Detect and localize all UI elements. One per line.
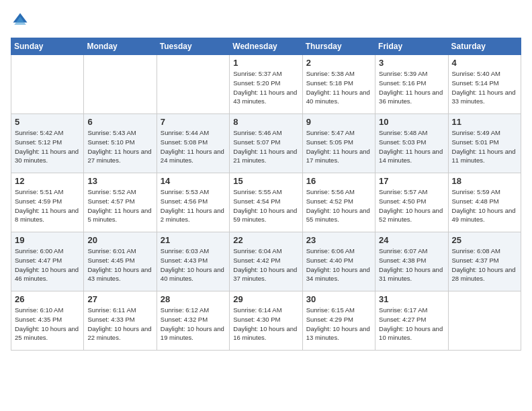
- calendar-cell: [157, 55, 229, 114]
- day-number: 21: [161, 235, 226, 245]
- cell-content: Sunrise: 5:59 AM Sunset: 4:48 PM Dayligh…: [452, 187, 517, 224]
- day-number: 17: [379, 176, 444, 186]
- calendar-cell: 17Sunrise: 5:57 AM Sunset: 4:50 PM Dayli…: [375, 173, 448, 232]
- calendar-header-friday: Friday: [375, 38, 448, 55]
- cell-content: Sunrise: 5:49 AM Sunset: 5:01 PM Dayligh…: [452, 128, 517, 165]
- day-number: 22: [233, 235, 298, 245]
- calendar-header-sunday: Sunday: [11, 38, 84, 55]
- cell-content: Sunrise: 6:12 AM Sunset: 4:32 PM Dayligh…: [161, 306, 226, 342]
- cell-content: Sunrise: 6:04 AM Sunset: 4:42 PM Dayligh…: [233, 246, 298, 283]
- calendar-week-row: 5Sunrise: 5:42 AM Sunset: 5:12 PM Daylig…: [11, 114, 521, 173]
- day-number: 14: [161, 176, 226, 186]
- calendar-cell: 14Sunrise: 5:53 AM Sunset: 4:56 PM Dayli…: [157, 173, 229, 232]
- cell-content: Sunrise: 6:01 AM Sunset: 4:45 PM Dayligh…: [87, 246, 152, 283]
- calendar-cell: 26Sunrise: 6:10 AM Sunset: 4:35 PM Dayli…: [11, 291, 84, 351]
- calendar-cell: 27Sunrise: 6:11 AM Sunset: 4:33 PM Dayli…: [84, 291, 157, 351]
- day-number: 13: [87, 176, 152, 186]
- day-number: 12: [15, 176, 80, 186]
- day-number: 8: [233, 117, 298, 127]
- day-number: 11: [452, 117, 517, 127]
- cell-content: Sunrise: 5:57 AM Sunset: 4:50 PM Dayligh…: [379, 187, 444, 224]
- page-header: [11, 11, 521, 30]
- cell-content: Sunrise: 5:40 AM Sunset: 5:14 PM Dayligh…: [452, 69, 517, 106]
- calendar-cell: 2Sunrise: 5:38 AM Sunset: 5:18 PM Daylig…: [302, 55, 375, 114]
- calendar-table: SundayMondayTuesdayWednesdayThursdayFrid…: [11, 38, 521, 351]
- day-number: 29: [233, 294, 298, 304]
- calendar-header-wednesday: Wednesday: [230, 38, 302, 55]
- day-number: 19: [15, 235, 80, 245]
- calendar-cell: 21Sunrise: 6:03 AM Sunset: 4:43 PM Dayli…: [157, 232, 229, 291]
- calendar-cell: 10Sunrise: 5:48 AM Sunset: 5:03 PM Dayli…: [375, 114, 448, 173]
- logo-icon: [11, 11, 30, 30]
- cell-content: Sunrise: 6:00 AM Sunset: 4:47 PM Dayligh…: [15, 246, 80, 283]
- day-number: 18: [452, 176, 517, 186]
- calendar-week-row: 19Sunrise: 6:00 AM Sunset: 4:47 PM Dayli…: [11, 232, 521, 291]
- calendar-cell: 12Sunrise: 5:51 AM Sunset: 4:59 PM Dayli…: [11, 173, 84, 232]
- cell-content: Sunrise: 5:38 AM Sunset: 5:18 PM Dayligh…: [306, 69, 371, 106]
- calendar-header-saturday: Saturday: [448, 38, 521, 55]
- calendar-cell: 7Sunrise: 5:44 AM Sunset: 5:08 PM Daylig…: [157, 114, 229, 173]
- day-number: 20: [87, 235, 152, 245]
- calendar-cell: 8Sunrise: 5:46 AM Sunset: 5:07 PM Daylig…: [230, 114, 302, 173]
- calendar-cell: 5Sunrise: 5:42 AM Sunset: 5:12 PM Daylig…: [11, 114, 84, 173]
- calendar-cell: [84, 55, 157, 114]
- calendar-header-monday: Monday: [84, 38, 157, 55]
- calendar-cell: 15Sunrise: 5:55 AM Sunset: 4:54 PM Dayli…: [230, 173, 302, 232]
- day-number: 1: [233, 58, 298, 68]
- cell-content: Sunrise: 6:10 AM Sunset: 4:35 PM Dayligh…: [15, 306, 80, 342]
- cell-content: Sunrise: 6:15 AM Sunset: 4:29 PM Dayligh…: [306, 306, 371, 342]
- day-number: 27: [87, 294, 152, 304]
- cell-content: Sunrise: 5:37 AM Sunset: 5:20 PM Dayligh…: [233, 69, 298, 106]
- calendar-cell: 25Sunrise: 6:08 AM Sunset: 4:37 PM Dayli…: [448, 232, 521, 291]
- cell-content: Sunrise: 6:14 AM Sunset: 4:30 PM Dayligh…: [233, 306, 298, 342]
- calendar-cell: 3Sunrise: 5:39 AM Sunset: 5:16 PM Daylig…: [375, 55, 448, 114]
- calendar-cell: [448, 291, 521, 351]
- calendar-cell: [11, 55, 84, 114]
- calendar-cell: 24Sunrise: 6:07 AM Sunset: 4:38 PM Dayli…: [375, 232, 448, 291]
- calendar-week-row: 1Sunrise: 5:37 AM Sunset: 5:20 PM Daylig…: [11, 55, 521, 114]
- day-number: 31: [379, 294, 444, 304]
- day-number: 3: [379, 58, 444, 68]
- cell-content: Sunrise: 5:46 AM Sunset: 5:07 PM Dayligh…: [233, 128, 298, 165]
- cell-content: Sunrise: 5:42 AM Sunset: 5:12 PM Dayligh…: [15, 128, 80, 165]
- calendar-cell: 28Sunrise: 6:12 AM Sunset: 4:32 PM Dayli…: [157, 291, 229, 351]
- day-number: 28: [161, 294, 226, 304]
- cell-content: Sunrise: 5:47 AM Sunset: 5:05 PM Dayligh…: [306, 128, 371, 165]
- calendar-cell: 1Sunrise: 5:37 AM Sunset: 5:20 PM Daylig…: [230, 55, 302, 114]
- day-number: 10: [379, 117, 444, 127]
- calendar-cell: 22Sunrise: 6:04 AM Sunset: 4:42 PM Dayli…: [230, 232, 302, 291]
- calendar-cell: 31Sunrise: 6:17 AM Sunset: 4:27 PM Dayli…: [375, 291, 448, 351]
- calendar-cell: 20Sunrise: 6:01 AM Sunset: 4:45 PM Dayli…: [84, 232, 157, 291]
- day-number: 15: [233, 176, 298, 186]
- cell-content: Sunrise: 5:44 AM Sunset: 5:08 PM Dayligh…: [161, 128, 226, 165]
- cell-content: Sunrise: 6:08 AM Sunset: 4:37 PM Dayligh…: [452, 246, 517, 283]
- day-number: 23: [306, 235, 371, 245]
- day-number: 16: [306, 176, 371, 186]
- cell-content: Sunrise: 6:11 AM Sunset: 4:33 PM Dayligh…: [87, 306, 152, 342]
- cell-content: Sunrise: 5:55 AM Sunset: 4:54 PM Dayligh…: [233, 187, 298, 224]
- logo: [11, 11, 32, 30]
- day-number: 7: [161, 117, 226, 127]
- cell-content: Sunrise: 5:43 AM Sunset: 5:10 PM Dayligh…: [87, 128, 152, 165]
- cell-content: Sunrise: 5:56 AM Sunset: 4:52 PM Dayligh…: [306, 187, 371, 224]
- calendar-cell: 23Sunrise: 6:06 AM Sunset: 4:40 PM Dayli…: [302, 232, 375, 291]
- calendar-cell: 30Sunrise: 6:15 AM Sunset: 4:29 PM Dayli…: [302, 291, 375, 351]
- cell-content: Sunrise: 5:39 AM Sunset: 5:16 PM Dayligh…: [379, 69, 444, 106]
- day-number: 30: [306, 294, 371, 304]
- day-number: 9: [306, 117, 371, 127]
- cell-content: Sunrise: 5:53 AM Sunset: 4:56 PM Dayligh…: [161, 187, 226, 224]
- cell-content: Sunrise: 6:07 AM Sunset: 4:38 PM Dayligh…: [379, 246, 444, 283]
- cell-content: Sunrise: 5:48 AM Sunset: 5:03 PM Dayligh…: [379, 128, 444, 165]
- day-number: 26: [15, 294, 80, 304]
- calendar-cell: 4Sunrise: 5:40 AM Sunset: 5:14 PM Daylig…: [448, 55, 521, 114]
- calendar-header-tuesday: Tuesday: [157, 38, 229, 55]
- day-number: 2: [306, 58, 371, 68]
- calendar-week-row: 26Sunrise: 6:10 AM Sunset: 4:35 PM Dayli…: [11, 291, 521, 351]
- day-number: 24: [379, 235, 444, 245]
- calendar-cell: 11Sunrise: 5:49 AM Sunset: 5:01 PM Dayli…: [448, 114, 521, 173]
- calendar-cell: 16Sunrise: 5:56 AM Sunset: 4:52 PM Dayli…: [302, 173, 375, 232]
- calendar-header-thursday: Thursday: [302, 38, 375, 55]
- calendar-cell: 18Sunrise: 5:59 AM Sunset: 4:48 PM Dayli…: [448, 173, 521, 232]
- calendar-cell: 29Sunrise: 6:14 AM Sunset: 4:30 PM Dayli…: [230, 291, 302, 351]
- day-number: 6: [87, 117, 152, 127]
